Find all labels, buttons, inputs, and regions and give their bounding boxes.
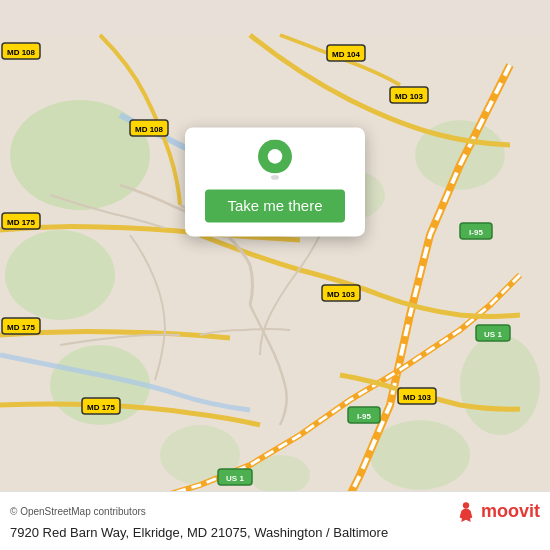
take-me-there-button[interactable]: Take me there (205, 189, 344, 222)
svg-point-39 (463, 502, 469, 508)
map-container: MD 108 MD 104 MD 103 MD 108 MD 175 MD 10… (0, 0, 550, 550)
svg-point-5 (460, 335, 540, 435)
svg-text:I-95: I-95 (469, 228, 483, 237)
address-text: 7920 Red Barn Way, Elkridge, MD 21075, W… (10, 525, 540, 540)
svg-text:MD 108: MD 108 (135, 125, 164, 134)
svg-text:MD 175: MD 175 (7, 323, 36, 332)
svg-point-6 (370, 420, 470, 490)
svg-text:MD 175: MD 175 (87, 403, 116, 412)
svg-text:MD 103: MD 103 (403, 393, 432, 402)
popup-card: Take me there (185, 127, 365, 236)
svg-text:US 1: US 1 (226, 474, 244, 483)
svg-text:MD 103: MD 103 (395, 92, 424, 101)
osm-credit: © OpenStreetMap contributors (10, 506, 146, 517)
bottom-bar: © OpenStreetMap contributors moovit 7920… (0, 491, 550, 550)
svg-point-38 (271, 175, 279, 180)
location-pin-icon (254, 139, 296, 181)
svg-text:MD 108: MD 108 (7, 48, 36, 57)
svg-text:I-95: I-95 (357, 412, 371, 421)
svg-text:MD 175: MD 175 (7, 218, 36, 227)
svg-text:MD 103: MD 103 (327, 290, 356, 299)
moovit-brand-text: moovit (481, 501, 540, 522)
svg-point-2 (5, 230, 115, 320)
moovit-icon (455, 500, 477, 522)
map-svg: MD 108 MD 104 MD 103 MD 108 MD 175 MD 10… (0, 0, 550, 550)
moovit-logo: moovit (455, 500, 540, 522)
svg-text:US 1: US 1 (484, 330, 502, 339)
svg-text:MD 104: MD 104 (332, 50, 361, 59)
